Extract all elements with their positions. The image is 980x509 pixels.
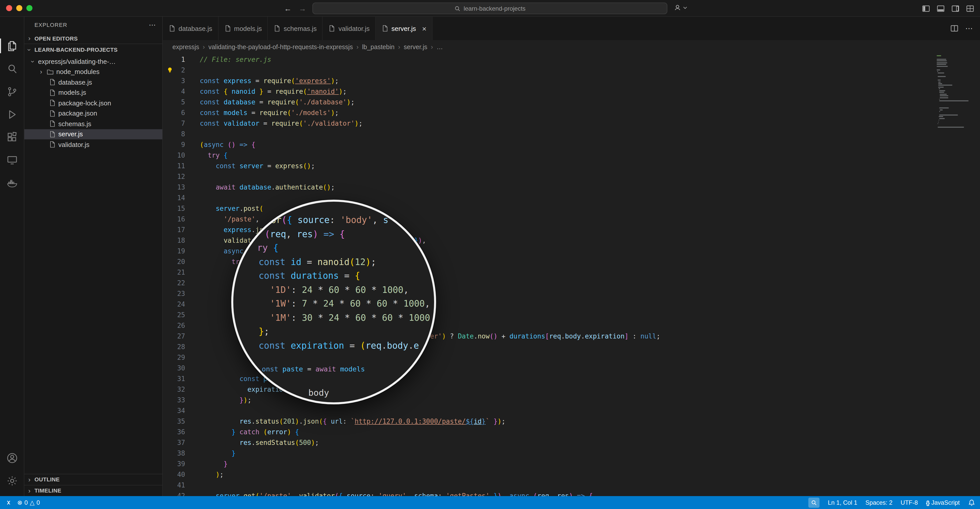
close-button[interactable] — [6, 5, 12, 11]
minimap-line — [936, 79, 973, 81]
minimize-button[interactable] — [16, 5, 22, 11]
activity-search[interactable] — [0, 57, 24, 80]
back-button[interactable]: ← — [284, 4, 291, 13]
views-more-actions-icon[interactable]: ⋯ — [149, 21, 156, 29]
minimap-line — [936, 92, 973, 93]
minimap-line — [936, 95, 973, 96]
toggle-secondary-sidebar-icon[interactable] — [951, 4, 959, 13]
tree-item-validator.js[interactable]: validator.js — [24, 140, 162, 150]
forward-button[interactable]: → — [299, 4, 306, 13]
tree-item-database.js[interactable]: database.js — [24, 77, 162, 87]
line-number: 35 — [163, 416, 185, 427]
tree-item-expressjsvalidating-the-[interactable]: ›expressjs/validating-the-… — [24, 56, 162, 67]
minimap-line — [936, 102, 973, 103]
magnified-code-line: ..onst paste = await models — [253, 365, 365, 373]
minimap-bar — [939, 118, 945, 119]
minimap-bar — [937, 76, 946, 77]
activity-source-control[interactable] — [0, 80, 24, 103]
toggle-primary-sidebar-icon[interactable] — [922, 4, 930, 13]
tab-database.js[interactable]: database.js — [163, 17, 218, 40]
minimap-bar — [939, 92, 945, 93]
magnified-code-line: '1W': 7 * 24 * 60 * 60 * 1000, — [270, 298, 430, 309]
split-editor-icon[interactable] — [950, 24, 958, 32]
section-timeline[interactable]: › TIMELINE — [24, 485, 162, 496]
notifications-bell-icon[interactable] — [968, 499, 975, 506]
problems-indicator[interactable]: ⊗ 0 △ 0 — [17, 499, 40, 506]
section-open-editors[interactable]: › OPEN EDITORS — [24, 33, 162, 44]
customize-layout-icon[interactable] — [966, 4, 974, 13]
tree-item-server.js[interactable]: server.js — [24, 129, 162, 140]
activity-explorer[interactable] — [0, 35, 24, 57]
magnifier-status-item[interactable] — [808, 497, 820, 507]
chevron-right-icon: › — [26, 35, 32, 42]
activity-settings[interactable] — [0, 469, 24, 492]
command-center[interactable]: learn-backend-projects — [313, 3, 668, 14]
activity-run-debug[interactable] — [0, 103, 24, 126]
indentation[interactable]: Spaces: 2 — [865, 499, 892, 506]
minimap[interactable] — [936, 55, 973, 128]
cursor-position[interactable]: Ln 1, Col 1 — [828, 499, 857, 506]
chevron-down-icon: › — [25, 47, 33, 53]
line-number: 20 — [163, 256, 185, 267]
minimap-line — [936, 99, 973, 100]
tree-item-label: models.js — [58, 89, 86, 97]
code-line: } catch (error) { — [200, 427, 936, 437]
history-nav: ← → — [284, 0, 306, 17]
breadcrumb-item[interactable]: lb_pastebin — [362, 44, 395, 51]
breadcrumb-separator-icon: › — [203, 44, 205, 51]
copilot-menu[interactable] — [674, 3, 688, 12]
maximize-button[interactable] — [26, 5, 32, 11]
file-icon — [48, 79, 56, 86]
editor-more-actions-icon[interactable]: ⋯ — [965, 24, 973, 33]
tree-item-nodemodules[interactable]: ›node_modules — [24, 67, 162, 77]
explorer-sidebar: EXPLORER ⋯ › OPEN EDITORS › LEARN-BACKEN… — [24, 17, 163, 496]
magnified-code-line: '1D': 24 * 60 * 60 * 1000, — [270, 284, 409, 295]
file-icon — [224, 25, 231, 32]
breadcrumb-item[interactable]: … — [437, 44, 443, 51]
minimap-line — [936, 78, 973, 79]
file-icon — [381, 25, 388, 32]
file-icon — [48, 110, 56, 117]
minimap-bar — [938, 83, 942, 84]
minimap-bar — [939, 120, 939, 121]
tab-server.js[interactable]: server.js× — [376, 17, 433, 40]
line-number: 17 — [163, 225, 185, 235]
activity-docker[interactable] — [0, 171, 24, 194]
line-number: 18 — [163, 235, 185, 246]
line-number: 22 — [163, 277, 185, 288]
tab-validator.js[interactable]: validator.js — [323, 17, 376, 40]
line-number: 26 — [163, 320, 185, 331]
breadcrumb-item[interactable]: expressjs — [172, 44, 199, 51]
code-line — [200, 171, 936, 182]
activity-accounts[interactable] — [0, 447, 24, 469]
toggle-panel-icon[interactable] — [936, 4, 945, 13]
line-number: 15 — [163, 203, 185, 214]
section-outline[interactable]: › OUTLINE — [24, 474, 162, 485]
tree-item-label: expressjs/validating-the-… — [38, 58, 116, 65]
line-number: 42 — [163, 490, 185, 496]
tree-item-package-lock.json[interactable]: package-lock.json — [24, 98, 162, 108]
remote-indicator[interactable] — [5, 499, 12, 506]
file-icon — [48, 89, 56, 96]
lightbulb-icon[interactable] — [166, 67, 173, 73]
minimap-line — [936, 114, 973, 116]
close-icon[interactable]: × — [422, 25, 427, 32]
window-controls — [6, 5, 32, 11]
minimap-line — [936, 116, 973, 117]
minimap-bar — [936, 62, 947, 63]
tab-models.js[interactable]: models.js — [218, 17, 268, 40]
tree-item-schemas.js[interactable]: schemas.js — [24, 119, 162, 129]
line-number: 10 — [163, 150, 185, 161]
encoding[interactable]: UTF-8 — [900, 499, 918, 506]
file-icon — [328, 25, 336, 32]
section-workspace[interactable]: › LEARN-BACKEND-PROJECTS — [24, 44, 162, 55]
code-line: res.status(201).json({ url: `http://127.… — [200, 416, 936, 427]
tab-schemas.js[interactable]: schemas.js — [268, 17, 323, 40]
breadcrumb-item[interactable]: validating-the-payload-of-http-requests-… — [208, 44, 353, 51]
activity-remote-explorer[interactable] — [0, 149, 24, 171]
breadcrumb-item[interactable]: server.js — [404, 44, 427, 51]
activity-extensions[interactable] — [0, 126, 24, 149]
language-mode[interactable]: {} JavaScript — [926, 499, 960, 506]
tree-item-models.js[interactable]: models.js — [24, 87, 162, 98]
tree-item-package.json[interactable]: package.json — [24, 108, 162, 119]
